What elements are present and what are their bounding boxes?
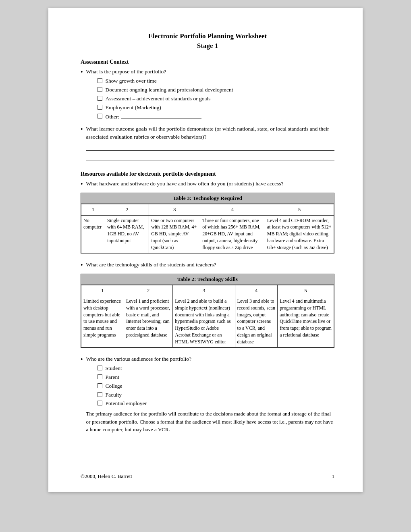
checkbox-label: College: [106, 382, 122, 390]
col-header: 2: [105, 204, 149, 215]
table-cell: Three or four computers, one of which ha…: [200, 215, 265, 253]
checkbox-label: Assessment – achievement of standards or…: [106, 95, 211, 103]
checkbox-icon: [98, 87, 102, 92]
table-cell: Single computer with 64 MB RAM, 1GB HD, …: [105, 215, 149, 253]
bullet-icon: •: [81, 125, 83, 133]
checkbox-label: Parent: [106, 374, 120, 381]
purpose-question: What is the purpose of the portfolio?: [86, 69, 166, 75]
checkbox-label-other: Other:: [106, 113, 202, 121]
table-cell: Level 4 and multimedia programming or HT…: [278, 296, 334, 347]
copyright-text: ©2000, Helen C. Barrett: [81, 473, 132, 480]
checkbox-label: Show growth over time: [106, 77, 157, 85]
audiences-question: Who are the various audiences for the po…: [86, 356, 191, 362]
checkbox-icon: [98, 78, 102, 83]
table-cell: Limited experience with desktop computer…: [81, 296, 124, 347]
table2-title: Table 2: Technology Skills: [81, 274, 334, 285]
page-subtitle: Stage 1: [81, 42, 334, 50]
col-header: 1: [81, 285, 124, 296]
table3-title: Table 3: Technology Required: [81, 193, 334, 204]
tech-skills-bullet: • What are the technology skills of the …: [81, 261, 334, 269]
checkbox-item: Document ongoing learning and profession…: [98, 86, 334, 94]
checkbox-icon: [98, 114, 102, 118]
hardware-question: What hardware and software do you have a…: [86, 181, 284, 187]
hardware-bullet: • What hardware and software do you have…: [81, 180, 334, 188]
col-header: 5: [278, 285, 334, 296]
purpose-bullet: • What is the purpose of the portfolio? …: [81, 68, 334, 123]
table3: 1 2 3 4 5 No computer Single computer wi…: [81, 204, 334, 253]
table-cell: No computer: [81, 215, 105, 253]
checkbox-item: Student: [98, 365, 334, 372]
audiences-checkboxes: Student Parent College Faculty: [98, 365, 334, 407]
assessment-context-section: Assessment Context • What is the purpose…: [81, 59, 334, 164]
table-cell: One or two computers with 128 MB RAM, 4+…: [149, 215, 200, 253]
checkbox-icon: [98, 401, 102, 405]
checkbox-item: Parent: [98, 374, 334, 381]
table-row: Limited experience with desktop computer…: [81, 296, 334, 347]
page-number: 1: [332, 473, 335, 480]
footer: ©2000, Helen C. Barrett 1: [81, 473, 334, 480]
col-header: 4: [200, 204, 265, 215]
resources-heading: Resources available for electronic portf…: [81, 171, 334, 177]
checkbox-label: Student: [106, 365, 122, 372]
table-cell: Level 3 and able to record sounds, scan …: [235, 296, 278, 347]
col-header: 3: [149, 204, 200, 215]
bullet-icon: •: [81, 68, 83, 76]
learner-outcome-question: What learner outcome goals will the port…: [86, 126, 329, 140]
checkbox-icon: [98, 366, 102, 370]
answer-line: [86, 154, 334, 160]
col-header: 4: [235, 285, 278, 296]
checkbox-icon: [98, 383, 102, 388]
checkbox-item: Faculty: [98, 391, 334, 399]
checkbox-label: Potential employer: [106, 400, 147, 407]
checkbox-icon: [98, 96, 102, 101]
bullet-icon: •: [81, 261, 83, 269]
assessment-context-heading: Assessment Context: [81, 59, 334, 65]
tech-skills-question: What are the technology skills of the st…: [86, 262, 216, 268]
table2: 1 2 3 4 5 Limited experience with deskto…: [81, 285, 334, 347]
audiences-section: • Who are the various audiences for the …: [81, 355, 334, 434]
table-cell: Level 2 and able to build a simple hyper…: [173, 296, 235, 347]
col-header: 1: [81, 204, 105, 215]
checkbox-label: Faculty: [106, 391, 122, 399]
checkbox-item: Potential employer: [98, 400, 334, 407]
page-title: Electronic Portfolio Planning Worksheet: [81, 32, 334, 40]
learner-outcome-bullet: • What learner outcome goals will the po…: [81, 125, 334, 164]
table2-wrapper: Table 2: Technology Skills 1 2 3 4 5 Lim…: [81, 274, 334, 348]
purpose-checkboxes: Show growth over time Document ongoing l…: [98, 77, 334, 121]
checkbox-label: Employment (Marketing): [106, 104, 161, 112]
checkbox-icon: [98, 105, 102, 110]
col-header: 2: [124, 285, 172, 296]
checkbox-icon: [98, 374, 102, 379]
table3-wrapper: Table 3: Technology Required 1 2 3 4 5 N…: [81, 193, 334, 253]
checkbox-item-other: Other:: [98, 113, 334, 121]
checkbox-icon: [98, 392, 102, 397]
document-page: Electronic Portfolio Planning Worksheet …: [48, 8, 363, 492]
checkbox-label: Document ongoing learning and profession…: [106, 86, 233, 94]
col-header: 3: [173, 285, 235, 296]
table-cell: Level 4 and CD-ROM recorder, at least tw…: [265, 215, 334, 253]
table-row: No computer Single computer with 64 MB R…: [81, 215, 334, 253]
bullet-icon: •: [81, 355, 83, 363]
checkbox-item: College: [98, 382, 334, 390]
checkbox-item: Employment (Marketing): [98, 104, 334, 112]
audiences-bullet: • Who are the various audiences for the …: [81, 355, 334, 434]
audiences-note: The primary audience for the portfolio w…: [86, 410, 334, 434]
checkbox-item: Assessment – achievement of standards or…: [98, 95, 334, 103]
bullet-icon: •: [81, 180, 83, 188]
answer-line: [86, 144, 334, 151]
other-field[interactable]: [121, 113, 201, 118]
col-header: 5: [265, 204, 334, 215]
resources-section: Resources available for electronic portf…: [81, 171, 334, 347]
checkbox-item: Show growth over time: [98, 77, 334, 85]
table-cell: Level 1 and proficient with a word proce…: [124, 296, 172, 347]
